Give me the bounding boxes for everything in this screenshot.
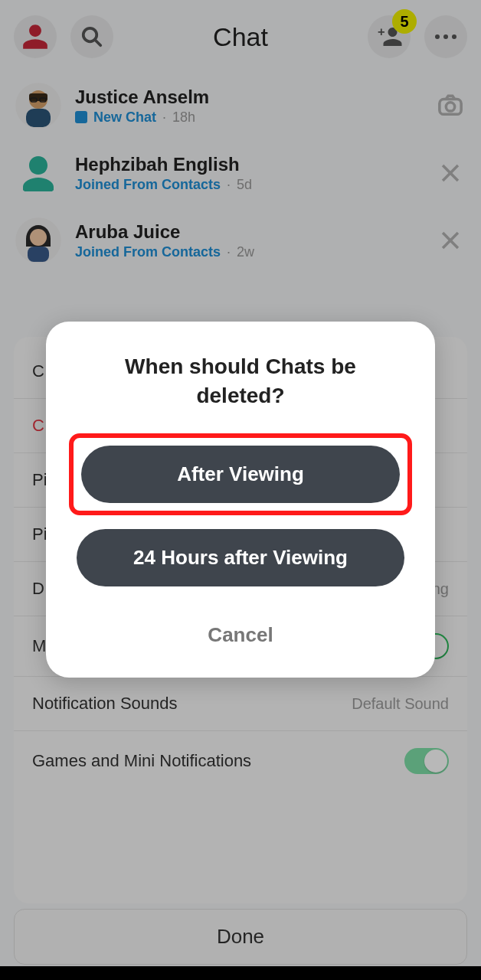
delete-chats-modal: When should Chats be deleted? After View… [46, 322, 435, 678]
option-24-hours-button[interactable]: 24 Hours after Viewing [77, 529, 404, 586]
cancel-button[interactable]: Cancel [69, 600, 412, 655]
highlight-box: After Viewing [69, 433, 412, 515]
option-after-viewing-button[interactable]: After Viewing [81, 446, 400, 503]
modal-title: When should Chats be deleted? [69, 352, 412, 410]
